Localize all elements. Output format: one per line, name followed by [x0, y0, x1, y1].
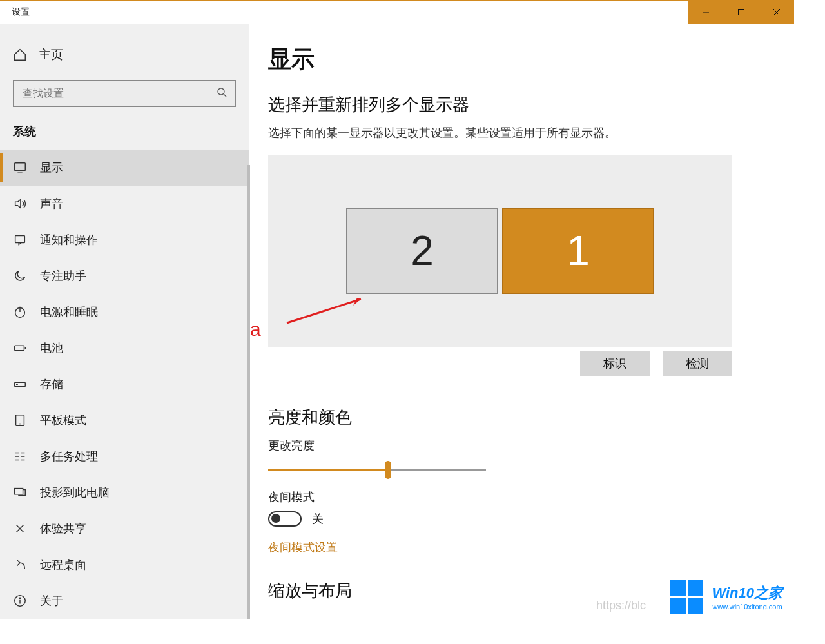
- close-icon: [773, 8, 781, 16]
- titlebar: 设置: [0, 0, 794, 24]
- window-title: 设置: [0, 6, 30, 18]
- svg-point-15: [17, 384, 17, 385]
- night-mode-state: 关: [312, 511, 324, 527]
- sidebar-item-1[interactable]: 声音: [0, 186, 249, 222]
- group-title: 系统: [0, 107, 249, 150]
- window-controls: [688, 0, 794, 24]
- sidebar-item-label: 体验共享: [40, 521, 86, 536]
- nav-list: 显示声音通知和操作专注助手电源和睡眠电池存储平板模式多任务处理投影到此电脑体验共…: [0, 150, 249, 619]
- minimize-button[interactable]: [688, 0, 723, 24]
- maximize-button[interactable]: [723, 0, 759, 24]
- identify-button[interactable]: 标识: [580, 351, 650, 376]
- sidebar-item-label: 通知和操作: [40, 232, 98, 248]
- sidebar-item-label: 电池: [40, 340, 63, 356]
- sidebar-item-2[interactable]: 通知和操作: [0, 222, 249, 258]
- sidebar-item-label: 多任务处理: [40, 449, 98, 464]
- sidebar-item-label: 专注助手: [40, 268, 86, 284]
- night-mode-settings-link[interactable]: 夜间模式设置: [268, 540, 338, 555]
- multitask-icon: [13, 449, 27, 463]
- sidebar-item-4[interactable]: 电源和睡眠: [0, 294, 249, 330]
- slider-fill: [268, 469, 388, 471]
- arrange-description: 选择下面的某一显示器以更改其设置。某些设置适用于所有显示器。: [268, 125, 772, 141]
- storage-icon: [13, 377, 27, 391]
- sidebar-item-11[interactable]: 远程桌面: [0, 547, 249, 583]
- content: 显示 选择并重新排列多个显示器 选择下面的某一显示器以更改其设置。某些设置适用于…: [249, 24, 794, 619]
- close-button[interactable]: [759, 0, 794, 24]
- svg-line-28: [287, 299, 361, 323]
- notification-icon: [13, 233, 27, 247]
- annotation-arrow: [284, 294, 367, 329]
- home-nav[interactable]: 主页: [0, 37, 249, 72]
- watermark-url: www.win10xitong.com: [712, 603, 782, 610]
- sidebar-item-label: 关于: [40, 593, 63, 609]
- svg-rect-6: [15, 163, 26, 171]
- sidebar-item-5[interactable]: 电池: [0, 330, 249, 366]
- tablet-icon: [13, 413, 27, 427]
- slider-thumb[interactable]: [385, 461, 391, 479]
- monitor-button-row: 标识 检测: [268, 351, 732, 376]
- brightness-slider-label: 更改亮度: [268, 438, 772, 453]
- share-icon: [13, 522, 27, 536]
- home-icon: [13, 48, 27, 62]
- svg-point-4: [218, 88, 224, 95]
- sidebar-item-label: 远程桌面: [40, 557, 86, 572]
- sidebar-item-label: 显示: [40, 160, 63, 175]
- sidebar: 主页 系统 显示声音通知和操作专注助手电源和睡眠电池存储平板模式多任务处理投影到…: [0, 24, 249, 619]
- sidebar-item-label: 存储: [40, 376, 63, 392]
- monitor-2[interactable]: 2: [346, 208, 498, 294]
- sidebar-item-12[interactable]: 关于: [0, 583, 249, 619]
- remote-icon: [13, 558, 27, 572]
- speaker-icon: [13, 197, 27, 211]
- sidebar-item-7[interactable]: 平板模式: [0, 402, 249, 438]
- sidebar-item-9[interactable]: 投影到此电脑: [0, 474, 249, 511]
- body-area: 主页 系统 显示声音通知和操作专注助手电源和睡眠电池存储平板模式多任务处理投影到…: [0, 24, 794, 619]
- sidebar-item-label: 投影到此电脑: [40, 485, 110, 500]
- brightness-section: 亮度和颜色 更改亮度 夜间模式 关 夜间模式设置: [268, 406, 772, 555]
- night-mode-toggle[interactable]: [268, 511, 302, 527]
- sidebar-item-6[interactable]: 存储: [0, 366, 249, 402]
- svg-rect-24: [15, 489, 23, 494]
- info-icon: [13, 594, 27, 608]
- battery-icon: [13, 341, 27, 355]
- watermark-brand: Win10之家: [712, 583, 782, 603]
- arrange-heading: 选择并重新排列多个显示器: [268, 93, 772, 116]
- sidebar-item-label: 平板模式: [40, 413, 86, 428]
- search-input[interactable]: [13, 80, 236, 107]
- sidebar-item-0[interactable]: 显示: [0, 150, 249, 186]
- home-label: 主页: [39, 46, 63, 63]
- watermark: Win10之家 www.win10xitong.com: [670, 580, 782, 614]
- faint-url-text: https://blc: [596, 599, 646, 612]
- sidebar-item-label: 声音: [40, 196, 63, 211]
- svg-rect-9: [15, 236, 25, 243]
- brightness-slider[interactable]: [268, 460, 486, 480]
- svg-line-5: [224, 94, 226, 97]
- monitor-arrange-area[interactable]: 2 1 a: [268, 155, 732, 347]
- titlebar-accent: [0, 0, 794, 1]
- search-wrap: [0, 80, 249, 107]
- svg-point-27: [19, 598, 20, 598]
- night-mode-label: 夜间模式: [268, 489, 772, 505]
- annotation-letter: a: [250, 318, 261, 340]
- page-title: 显示: [268, 44, 772, 75]
- monitor-icon: [13, 161, 27, 175]
- windows-logo-icon: [670, 580, 703, 614]
- search-icon: [217, 87, 227, 100]
- moon-icon: [13, 269, 27, 283]
- sidebar-item-3[interactable]: 专注助手: [0, 258, 249, 294]
- brightness-heading: 亮度和颜色: [268, 406, 772, 429]
- minimize-icon: [702, 8, 710, 16]
- toggle-knob: [271, 514, 280, 523]
- monitor-1[interactable]: 1: [502, 208, 654, 294]
- power-icon: [13, 305, 27, 319]
- maximize-icon: [737, 8, 745, 16]
- sidebar-item-10[interactable]: 体验共享: [0, 511, 249, 547]
- svg-marker-8: [15, 200, 21, 208]
- svg-rect-1: [738, 10, 744, 15]
- svg-rect-12: [15, 346, 24, 350]
- project-icon: [13, 485, 27, 500]
- settings-window: 设置 主页: [0, 0, 794, 619]
- sidebar-item-8[interactable]: 多任务处理: [0, 438, 249, 474]
- sidebar-item-label: 电源和睡眠: [40, 304, 98, 320]
- detect-button[interactable]: 检测: [663, 351, 732, 376]
